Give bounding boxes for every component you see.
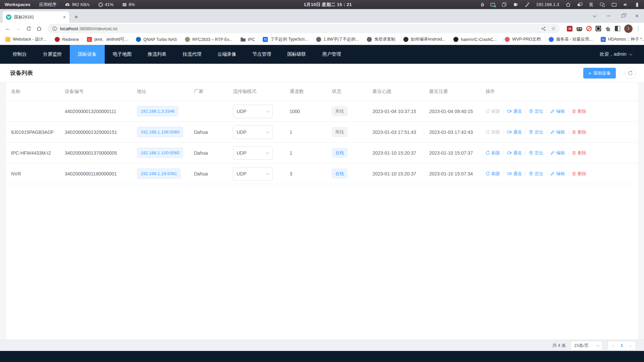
bookmark-item[interactable]: hairrrrr/C-CrashC... [453,37,497,42]
bookmark-item[interactable]: C java、android可... [87,37,128,42]
phone-link-tray-icon[interactable] [600,2,605,7]
browser-home-button[interactable] [35,24,44,33]
add-device-button[interactable]: + 添加设备 [583,68,616,79]
nav-item[interactable]: 拉流代理 [175,45,209,64]
refresh-action[interactable]: 刷新 [486,171,500,177]
edit-pen-icon [550,109,555,113]
ip-address-indicator[interactable]: 192.168.1.3 [536,2,559,7]
window-switcher-tray-icon[interactable] [577,2,583,7]
nav-item[interactable]: 分屏监控 [35,45,70,64]
share-icon[interactable] [541,26,546,31]
refresh-action[interactable]: 刷新 [486,108,500,114]
bookmark-item[interactable]: N HDAtmos :: 种子 *... [601,37,644,42]
channel-action[interactable]: 通道 [507,171,522,177]
channel-action[interactable]: 通道 [507,150,522,156]
locate-action[interactable]: 定位 [529,150,543,156]
nav-item[interactable]: 电子地图 [105,45,140,64]
bookmark-item[interactable]: 1.8W字|了不起的... [316,37,359,42]
color-picker-tray-icon[interactable] [525,2,530,7]
address-bar[interactable]: localhost :38080/#/deviceList ☆ [48,24,560,33]
nav-item[interactable]: 控制台 [5,45,35,64]
workspaces-button[interactable]: Workspaces [5,2,30,7]
back-button[interactable]: ← [3,24,12,33]
browser-menu-icon[interactable]: ⋮ [636,25,641,32]
locate-action[interactable]: 定位 [529,171,543,177]
display-tray-icon[interactable] [611,2,617,7]
nav-item[interactable]: 国标级联 [279,45,314,64]
applications-menu[interactable]: 应用程序 [39,2,56,8]
nav-item[interactable]: 云端录像 [209,45,244,64]
delete-action[interactable]: 删除 [572,129,586,135]
nav-item[interactable]: 推流列表 [140,45,175,64]
new-tab-button[interactable]: + [71,12,81,22]
bookmark-item[interactable]: RFC2833 – RTP Ev... [185,37,233,42]
extension-blocker-icon[interactable] [586,26,592,31]
col-header-channels: 通道数 [285,89,327,95]
nav-item[interactable]: 用户管理 [314,45,349,64]
channel-action[interactable]: 通道 [507,129,522,135]
bookmark-item[interactable]: QNAP Turbo NAS [136,37,177,42]
bookmark-item[interactable]: Webstack - 设计... [5,37,47,42]
bookmark-item[interactable]: 知 了不起的 TypeScri... [263,37,308,42]
edit-action[interactable]: 编辑 [550,171,565,177]
extension-mask-icon[interactable] [577,27,582,31]
delete-action[interactable]: 删除 [572,108,586,114]
next-page-button[interactable]: › [630,343,631,348]
page-size-select[interactable]: 15条/页 [571,341,603,350]
stream-mode-select[interactable]: UDP [233,167,273,180]
bookmark-item[interactable]: 服务器 - 轻量应用... [549,37,593,42]
bookmark-item[interactable]: 免登录复制 [367,37,395,42]
stream-mode-select[interactable]: UDP [233,146,273,160]
bookmark-item[interactable]: 如何编译Android... [403,37,446,42]
extension-darkmode-icon[interactable] [615,26,620,31]
refresh-action[interactable]: 刷新 [486,129,500,135]
stream-mode-select[interactable]: UDP [233,125,273,139]
window-minimize-icon[interactable] [607,16,611,16]
profile-avatar[interactable]: I [624,24,633,33]
bookmark-star-icon[interactable]: ☆ [551,26,556,31]
extension-js-icon[interactable]: JS [567,26,573,32]
delete-action[interactable]: 删除 [572,171,586,177]
input-method-indicator[interactable]: 英 [589,2,593,8]
edit-action[interactable]: 编辑 [550,108,565,114]
locate-action[interactable]: 定位 [529,129,543,135]
locate-action[interactable]: 定位 [529,108,543,114]
cpu-applet[interactable]: 41% [98,2,113,7]
refresh-action[interactable]: 刷新 [486,150,500,156]
stream-mode-select[interactable]: UDP [233,105,273,118]
table-row: NVR 34020000001180000001 192.168.1.19:50… [6,163,638,184]
window-close-icon[interactable]: × [635,13,639,19]
tab-close-icon[interactable]: × [63,15,66,19]
volume-tray-icon[interactable] [623,2,628,7]
user-menu[interactable]: 欢迎，admin [600,45,644,64]
home-tray-icon[interactable] [565,2,571,7]
extensions-puzzle-icon[interactable] [605,26,611,32]
coffee-tray-icon[interactable] [513,2,518,7]
nav-item[interactable]: 节点管理 [244,45,279,64]
window-restore-icon[interactable] [622,14,625,17]
current-page-number[interactable]: 1 [621,343,623,348]
network-speed-applet[interactable]: 962 KB/s [65,2,90,7]
bookmark-item[interactable]: Redmine [55,37,79,42]
extension-square-icon[interactable] [596,26,601,31]
forward-button[interactable]: → [14,24,23,33]
reload-button[interactable] [24,24,33,33]
edit-action[interactable]: 编辑 [550,150,565,156]
bing-tray-icon[interactable]: b [481,2,484,7]
window-chevron-down-icon[interactable] [593,13,596,17]
refresh-list-button[interactable] [625,67,636,79]
bookmark-item[interactable]: IPC [241,37,255,42]
nav-item[interactable]: 国标设备 [70,45,105,64]
delete-action[interactable]: 删除 [572,150,586,156]
channel-action[interactable]: 通道 [507,108,522,114]
memory-applet[interactable]: 8% [122,2,135,7]
screenshot-tray-icon[interactable] [490,2,495,7]
clipboard-tray-icon[interactable] [502,2,507,7]
prev-page-button[interactable]: ‹ [612,343,614,348]
nav-item-label: 控制台 [13,51,27,57]
bookmark-item[interactable]: WVP-PRO文档 [505,37,541,42]
browser-tab[interactable]: 国标28181 × [3,11,69,23]
battery-tray-icon[interactable] [635,2,639,7]
clock-applet[interactable]: 1月10日 星期二 15：21 [304,2,352,8]
edit-action[interactable]: 编辑 [550,129,565,135]
